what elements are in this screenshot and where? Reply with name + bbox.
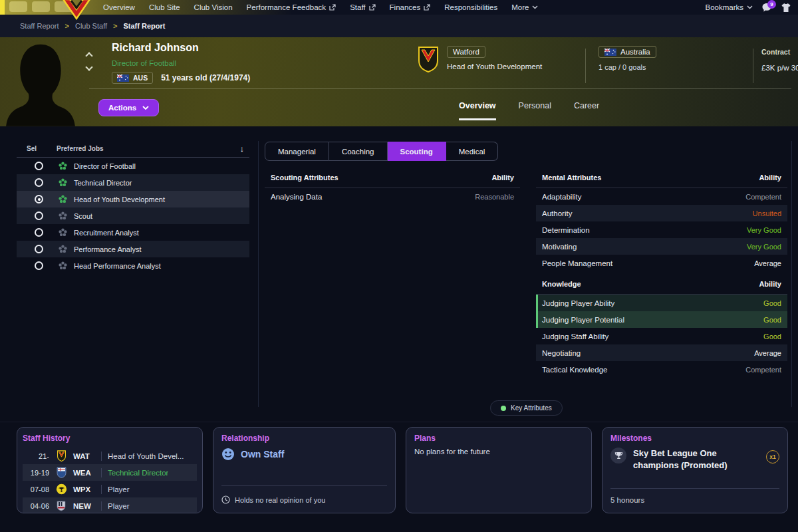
radio-button[interactable] <box>35 162 43 170</box>
club-crest-icon <box>55 501 67 511</box>
unqualified-job-icon <box>59 261 67 270</box>
job-row-director-of-football[interactable]: Director of Football <box>17 158 249 174</box>
club-crest-icon <box>55 467 67 478</box>
milestones-card: Milestones Sky Bet League One champions … <box>602 427 788 513</box>
tab-managerial[interactable]: Managerial <box>265 142 329 161</box>
watford-mini-crest-icon <box>55 450 67 462</box>
row-divider <box>101 485 102 494</box>
qualified-job-icon <box>59 195 67 203</box>
staff-history-title: Staff History <box>23 434 197 443</box>
job-row-recruitment-analyst[interactable]: Recruitment Analyst <box>17 224 249 241</box>
attribute-value: Very Good <box>747 243 781 251</box>
history-row[interactable]: 19-19 WEA Technical Director <box>23 464 197 481</box>
sort-arrow-icon[interactable]: ↓ <box>240 144 250 154</box>
job-row-head-performance-analyst[interactable]: Head Performance Analyst <box>17 257 249 274</box>
nav-club-vision[interactable]: Club Vision <box>194 3 233 11</box>
actions-button[interactable]: Actions <box>98 99 159 116</box>
plans-card: Plans No plans for the future <box>406 427 592 513</box>
breadcrumb-separator: > <box>113 22 117 30</box>
breadcrumb-item[interactable]: Staff Report <box>20 22 59 30</box>
radio-button[interactable] <box>35 178 43 187</box>
tab-coaching[interactable]: Coaching <box>329 142 388 161</box>
trophy-icon <box>610 448 626 464</box>
bookmarks-button[interactable]: Bookmarks <box>705 3 753 11</box>
breadcrumb-item-current: Staff Report <box>123 22 165 30</box>
tab-personal[interactable]: Personal <box>519 101 551 120</box>
tab-career[interactable]: Career <box>574 101 599 120</box>
staff-avatar <box>5 40 76 126</box>
attribute-value: Competent <box>745 193 781 201</box>
chevron-down-icon <box>532 5 538 9</box>
radio-button[interactable] <box>35 261 43 270</box>
attribute-row: People Management Average <box>536 255 787 271</box>
tab-medical[interactable]: Medical <box>446 142 499 161</box>
radio-button[interactable] <box>35 228 43 237</box>
chevron-down-icon[interactable] <box>85 63 92 70</box>
clock-icon <box>221 495 230 504</box>
milestone-item[interactable]: Sky Bet League One champions (Promoted) <box>610 448 779 471</box>
smiley-face-icon <box>221 448 235 461</box>
nav-performance-feedback[interactable]: Performance Feedback <box>247 3 336 11</box>
topbar-accent-strip <box>0 0 5 15</box>
watford-club-crest-icon <box>418 46 439 75</box>
mental-attributes-table: Mental Attributes Ability Adaptability C… <box>536 170 787 378</box>
national-team-badge[interactable]: Australia <box>598 46 656 58</box>
radio-button-selected[interactable] <box>35 195 43 203</box>
row-divider <box>101 452 102 461</box>
contract-summary: Contract £3K p/w 30 <box>761 48 798 72</box>
nav-responsibilities[interactable]: Responsibilities <box>444 3 497 11</box>
staff-history-card: Staff History 21- WAT Head of Youth Deve… <box>17 427 203 513</box>
nav-overview[interactable]: Overview <box>103 3 135 11</box>
qualified-job-icon <box>59 162 67 170</box>
attribute-row: Judging Staff Ability Good <box>536 328 787 344</box>
window-tab-shape <box>9 1 27 12</box>
staff-navigation-stepper <box>86 53 92 70</box>
card-divider <box>221 485 387 486</box>
plans-title: Plans <box>414 434 583 443</box>
honours-count: 5 honours <box>610 496 644 504</box>
history-row[interactable]: 21- WAT Head of Youth Devel... <box>23 448 197 464</box>
main-bottom-divider <box>0 422 798 422</box>
staff-profile-header: Richard Johnson Director of Football AUS… <box>0 37 798 126</box>
history-row[interactable]: 07-08 WPX Player <box>23 481 197 497</box>
club-name-badge[interactable]: Watford <box>447 46 485 58</box>
history-row[interactable]: 04-06 NEW Player <box>23 497 197 513</box>
tab-scouting[interactable]: Scouting <box>388 142 446 161</box>
nav-club-site[interactable]: Club Site <box>149 3 180 11</box>
breadcrumb-item[interactable]: Club Staff <box>75 22 107 30</box>
column-preferred-jobs: Preferred Jobs <box>57 145 104 152</box>
nav-more[interactable]: More <box>511 3 538 11</box>
panel-divider <box>258 141 259 407</box>
ability-column-header: Ability <box>759 280 781 288</box>
job-row-scout[interactable]: Scout <box>17 207 249 224</box>
unqualified-job-icon <box>59 245 67 253</box>
inbox-messages-button[interactable]: 9 <box>761 3 772 13</box>
job-row-performance-analyst[interactable]: Performance Analyst <box>17 241 249 257</box>
scouting-attributes-table: Scouting Attributes Ability Analysing Da… <box>265 170 520 205</box>
nav-staff[interactable]: Staff <box>350 3 375 11</box>
attribute-value: Competent <box>745 366 781 374</box>
key-attributes-legend: Key Attributes <box>490 400 563 416</box>
chevron-up-icon[interactable] <box>85 52 92 59</box>
row-divider <box>101 501 102 511</box>
squad-button[interactable] <box>781 3 791 13</box>
chevron-down-icon <box>142 106 149 110</box>
radio-button[interactable] <box>35 245 43 253</box>
relationship-card: Relationship Own Staff Holds no real opi… <box>213 427 396 513</box>
milestone-count-badge: x1 <box>766 450 779 464</box>
knowledge-title: Knowledge <box>542 280 581 288</box>
club-crest-icon <box>55 483 67 495</box>
job-row-technical-director[interactable]: Technical Director <box>17 174 249 191</box>
relationship-status: Own Staff <box>241 449 284 460</box>
attribute-value: Good <box>763 316 781 324</box>
job-row-head-of-youth-development[interactable]: Head of Youth Development <box>17 191 249 207</box>
club-position: Head of Youth Development <box>447 63 542 70</box>
staff-role: Director of Football <box>112 59 176 67</box>
nationality-badge: AUS <box>112 72 153 84</box>
radio-button[interactable] <box>35 211 43 220</box>
tab-overview[interactable]: Overview <box>459 101 496 120</box>
nav-finances[interactable]: Finances <box>390 3 431 11</box>
window-tab-shape <box>32 1 50 12</box>
header-vertical-divider <box>585 49 586 83</box>
attribute-value: Average <box>754 259 781 267</box>
